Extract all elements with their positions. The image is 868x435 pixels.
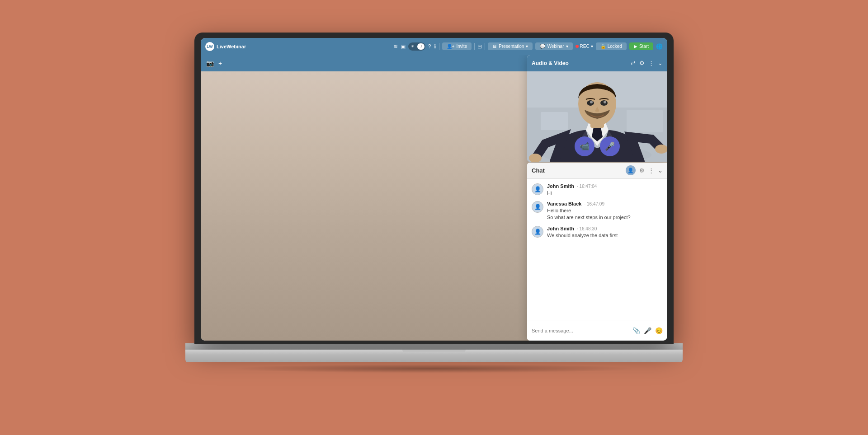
invite-icon: 👤+ (447, 44, 455, 49)
invite-label: Invite (456, 44, 467, 49)
av-more-icon[interactable]: ⋮ (648, 60, 654, 66)
av-panel: Audio & Video ⇄ ⚙ ⋮ ⌄ (527, 55, 667, 162)
locked-label: Locked (608, 44, 622, 49)
msg-time-2: · 16:47:09 (584, 201, 604, 206)
toolbar-icons: ≋ ▣ ☀ ☽ ? ℹ 👤+ Invite (393, 42, 663, 51)
chat-settings-icon[interactable]: ⚙ (639, 167, 645, 174)
toggle-light[interactable]: ☀ (409, 43, 416, 50)
locked-button[interactable]: 🔒 Locked (596, 42, 627, 50)
av-panel-title: Audio & Video (532, 60, 627, 66)
laptop-screen-bezel: LW LiveWebinar ≋ ▣ ☀ ☽ ? ℹ (201, 38, 667, 341)
av-collapse-icon[interactable]: ⌄ (658, 60, 663, 66)
msg-name-1: John Smith (547, 183, 574, 189)
msg-header-1: John Smith · 16:47:04 (547, 183, 663, 189)
av-arrange-icon[interactable]: ⇄ (631, 60, 636, 66)
start-button[interactable]: ▶ Start (629, 42, 653, 50)
presentation-button[interactable]: 🖥 Presentation ▾ (488, 42, 533, 50)
laptop-shadow (231, 364, 637, 373)
chat-panel: Chat 👤 ⚙ ⋮ ⌄ (527, 163, 667, 341)
brand-logo: LW LiveWebinar (205, 42, 246, 51)
floating-panels: Audio & Video ⇄ ⚙ ⋮ ⌄ (527, 55, 667, 341)
chat-message-3: 👤 John Smith · 16:48:30 We should analyz… (532, 226, 663, 239)
av-header-icons: ⇄ ⚙ ⋮ ⌄ (631, 60, 663, 66)
rec-label: REC (580, 44, 590, 49)
av-controls: 📹 🎤 (575, 136, 620, 156)
theme-toggle[interactable]: ☀ ☽ (408, 42, 425, 51)
help-icon[interactable]: ? (428, 43, 431, 50)
laptop-base (185, 350, 683, 362)
chat-input-icons: 📎 🎤 😊 (632, 327, 663, 334)
msg-text-2: Hello thereSo what are next steps in our… (547, 207, 663, 221)
svg-point-37 (529, 154, 542, 162)
rec-badge[interactable]: REC ▾ (576, 44, 593, 49)
rec-dot (576, 45, 579, 48)
camera-button[interactable]: 📹 (575, 136, 594, 156)
divider-1 (439, 43, 439, 50)
svg-rect-29 (627, 110, 663, 132)
main-area: 📷 + 🔊 ⤢ (201, 55, 667, 341)
chat-input-area: 📎 🎤 😊 (527, 321, 667, 341)
wifi-icon: ≋ (393, 43, 398, 50)
emoji-icon[interactable]: 😊 (655, 327, 663, 334)
presentation-label: Presentation (499, 44, 524, 49)
top-toolbar: LW LiveWebinar ≋ ▣ ☀ ☽ ? ℹ (201, 38, 667, 55)
webinar-label: Webinar (547, 44, 564, 49)
mic-button[interactable]: 🎤 (600, 136, 620, 156)
laptop-hinge (185, 343, 683, 350)
av-video-thumb: 📹 🎤 (527, 71, 667, 162)
msg-header-2: Vanessa Black · 16:47:09 (547, 201, 663, 206)
chat-message-2: 👤 Vanessa Black · 16:47:09 Hello thereSo… (532, 201, 663, 221)
chat-message-input[interactable] (532, 328, 629, 333)
msg-header-3: John Smith · 16:48:30 (547, 226, 663, 231)
camera-icon: 📹 (580, 141, 590, 151)
toggle-dark[interactable]: ☽ (417, 43, 425, 50)
brand-icon: LW (205, 42, 214, 51)
msg-name-3: John Smith (547, 226, 574, 231)
msg-avatar-2: 👤 (532, 201, 543, 213)
msg-time-1: · 16:47:04 (577, 184, 597, 189)
av-settings-icon[interactable]: ⚙ (639, 60, 645, 66)
audio-input-icon[interactable]: 🎤 (644, 327, 651, 334)
msg-name-2: Vanessa Black (547, 201, 581, 206)
chat-title: Chat (532, 167, 622, 174)
msg-content-1: John Smith · 16:47:04 Hi (547, 183, 663, 196)
laptop-wrapper: LW LiveWebinar ≋ ▣ ☀ ☽ ? ℹ (185, 33, 683, 403)
msg-content-2: Vanessa Black · 16:47:09 Hello thereSo w… (547, 201, 663, 221)
msg-avatar-3: 👤 (532, 226, 543, 238)
laptop-screen-outer: LW LiveWebinar ≋ ▣ ☀ ☽ ? ℹ (194, 33, 674, 344)
attachment-icon[interactable]: 📎 (632, 327, 640, 334)
layout-icon[interactable]: ⊟ (477, 43, 482, 50)
language-icon[interactable]: 🌐 (656, 43, 663, 50)
msg-avatar-1: 👤 (532, 183, 543, 195)
chat-header-icons: ⚙ ⋮ ⌄ (639, 167, 663, 174)
svg-point-36 (604, 101, 606, 103)
webinar-button[interactable]: 💬 Webinar ▾ (535, 42, 572, 50)
chat-avatar-icon: 👤 (626, 165, 636, 175)
display-icon: ▣ (401, 43, 406, 50)
chat-messages: 👤 John Smith · 16:47:04 Hi (527, 179, 667, 321)
start-label: Start (639, 44, 649, 49)
brand-name: LiveWebinar (217, 44, 246, 49)
mic-icon: 🎤 (605, 141, 615, 151)
av-panel-header: Audio & Video ⇄ ⚙ ⋮ ⌄ (527, 55, 667, 71)
svg-rect-28 (541, 112, 568, 130)
info-icon[interactable]: ℹ (434, 43, 436, 50)
chat-more-icon[interactable]: ⋮ (648, 167, 654, 174)
msg-text-3: We should analyze the data first (547, 232, 663, 239)
chat-message-1: 👤 John Smith · 16:47:04 Hi (532, 183, 663, 196)
app-container: LW LiveWebinar ≋ ▣ ☀ ☽ ? ℹ (201, 38, 667, 341)
svg-point-35 (590, 101, 593, 103)
svg-point-38 (655, 145, 667, 154)
divider-3 (485, 43, 485, 50)
msg-content-3: John Smith · 16:48:30 We should analyze … (547, 226, 663, 239)
divider-2 (474, 43, 475, 50)
add-view-icon[interactable]: + (218, 60, 222, 67)
msg-time-3: · 16:48:30 (577, 226, 597, 231)
chat-header: Chat 👤 ⚙ ⋮ ⌄ (527, 163, 667, 179)
chat-collapse-icon[interactable]: ⌄ (658, 167, 663, 174)
camera-topbar-icon[interactable]: 📷 (206, 60, 214, 67)
invite-button[interactable]: 👤+ Invite (442, 42, 472, 50)
msg-text-1: Hi (547, 190, 663, 196)
